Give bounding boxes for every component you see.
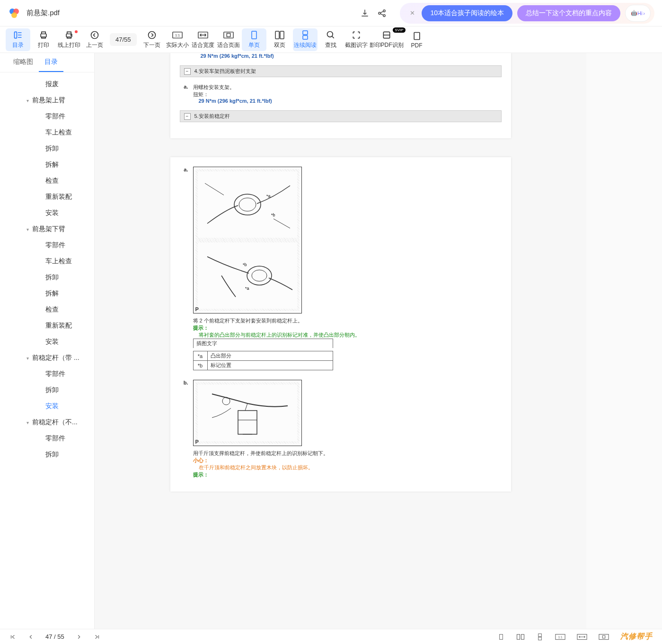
toc-item[interactable]: 拆卸 (0, 447, 94, 463)
svg-rect-40 (521, 634, 524, 639)
svg-rect-38 (500, 634, 503, 639)
zoom-11-icon[interactable]: 1:1 (555, 634, 565, 640)
double-page-icon (274, 30, 285, 40)
single-page-button[interactable]: 单页 (242, 28, 266, 51)
toc-item[interactable]: 重新装配 (0, 189, 94, 205)
catalog-button[interactable]: 目录 (6, 28, 30, 51)
view-continuous-icon[interactable] (536, 633, 544, 641)
last-page-icon[interactable] (94, 634, 100, 640)
app-logo (8, 7, 21, 20)
toc-item[interactable]: 安装 (0, 334, 94, 350)
fit-width-button[interactable]: 适合宽度 (191, 28, 215, 51)
svg-rect-47 (602, 635, 605, 638)
section-header-5: − 5.安装前稳定杆 (180, 110, 502, 122)
toc-item-label: 零部件 (45, 112, 65, 121)
toc-item[interactable]: 安装 (0, 205, 94, 221)
toc-item[interactable]: 拆卸 (0, 269, 94, 286)
view-single-icon[interactable] (497, 633, 505, 641)
zoom-fitwidth-icon[interactable] (577, 634, 587, 640)
toc-item-label: 车上检查 (45, 257, 72, 266)
svg-text:*b: *b (243, 262, 247, 267)
tab-catalog[interactable]: 目录 (39, 53, 63, 72)
right-panel (586, 53, 662, 629)
toc-item[interactable]: ▾前悬架上臂 (0, 92, 94, 108)
svg-rect-41 (538, 634, 542, 636)
toc-item[interactable]: 车上检查 (0, 253, 94, 269)
print-button[interactable]: 打印 (31, 28, 56, 51)
svg-rect-21 (303, 36, 308, 39)
sidebar-tabs: 缩略图 目录 (0, 53, 94, 72)
table-of-contents[interactable]: 报废▾前悬架上臂零部件车上检查拆卸拆解检查重新装配安装▾前悬架下臂零部件车上检查… (0, 72, 94, 629)
toc-item[interactable]: 拆卸 (0, 382, 94, 398)
toc-item[interactable]: 零部件 (0, 366, 94, 382)
toc-item[interactable]: 检查 (0, 173, 94, 189)
toc-item[interactable]: ▾前悬架下臂 (0, 221, 94, 237)
footer-page-indicator: 47 / 55 (45, 633, 64, 640)
svg-rect-25 (198, 171, 297, 238)
download-icon[interactable] (356, 5, 373, 22)
view-double-icon[interactable] (516, 633, 525, 641)
screenshot-ocr-button[interactable]: 截图识字 (344, 28, 369, 51)
pdf-page: 29 N*m (296 kgf*cm, 21 ft.*lbf) − 4.安装车架… (170, 53, 511, 138)
prev-page-icon[interactable] (27, 634, 34, 640)
ai-suggestion-1[interactable]: 10本适合孩子阅读的绘本 (422, 5, 512, 21)
zoom-fitpage-icon[interactable] (599, 634, 609, 640)
collapse-icon[interactable]: − (184, 113, 191, 120)
caret-down-icon: ▾ (23, 356, 32, 361)
toc-item-label: 安装 (45, 209, 59, 217)
pdf-more-button[interactable]: PDF (405, 28, 429, 51)
double-page-button[interactable]: 双页 (267, 28, 292, 51)
diagram-image: *b*a (195, 240, 300, 311)
toc-item[interactable]: 拆解 (0, 286, 94, 302)
scan-pdf-button[interactable]: SVIP 影印PDF识别 (370, 28, 404, 51)
tab-thumbnail[interactable]: 缩略图 (8, 53, 39, 72)
toc-item[interactable]: 拆解 (0, 157, 94, 173)
toc-item-label: 拆卸 (45, 273, 59, 282)
close-ai-icon[interactable]: ✕ (407, 9, 417, 18)
first-page-icon[interactable] (9, 634, 16, 640)
toc-item[interactable]: 重新装配 (0, 318, 94, 334)
collapse-icon[interactable]: − (184, 68, 191, 75)
toc-item[interactable]: 零部件 (0, 108, 94, 125)
toc-item[interactable]: 检查 (0, 302, 94, 318)
search-button[interactable]: 查找 (318, 28, 343, 51)
ai-avatar[interactable]: 🤖 Hi › (625, 5, 651, 22)
svg-rect-19 (280, 31, 284, 39)
toc-item-label: 拆解 (45, 289, 59, 298)
svg-rect-24 (414, 32, 420, 39)
svg-point-22 (327, 32, 333, 37)
document-filename: 前悬架.pdf (26, 9, 60, 18)
svg-text:*a: *a (245, 286, 249, 291)
prev-page-button[interactable]: 上一页 (82, 28, 107, 51)
search-icon (326, 30, 335, 40)
toc-item[interactable]: 安装 (0, 398, 94, 414)
online-print-button[interactable]: 线上打印 (57, 28, 81, 51)
svip-badge: SVIP (393, 27, 405, 33)
svg-rect-42 (538, 637, 542, 640)
svg-rect-35 (198, 385, 297, 441)
catalog-icon (13, 30, 23, 40)
ai-suggestion-2[interactable]: 总结一下这个文档的重点内容 (517, 5, 620, 21)
toc-item[interactable]: 零部件 (0, 430, 94, 447)
toc-item-label: 检查 (45, 305, 59, 314)
continuous-read-button[interactable]: 连续阅读 (293, 28, 318, 51)
toc-item-label: 零部件 (45, 241, 65, 250)
page-number-input[interactable]: 47 / 55 (110, 33, 137, 46)
step-a2: a. *a*b *b*a P 将 2 个前稳定杆下支架衬套安装到前稳定杆上。 提… (180, 167, 502, 370)
fit-page-button[interactable]: 适合页面 (216, 28, 241, 51)
document-viewport[interactable]: 29 N*m (296 kgf*cm, 21 ft.*lbf) − 4.安装车架… (95, 53, 586, 629)
toc-item[interactable]: 报废 (0, 76, 94, 92)
toc-item[interactable]: 零部件 (0, 237, 94, 253)
toc-item-label: 前稳定杆（带 ... (32, 354, 79, 362)
toc-item[interactable]: ▾前稳定杆（带 ... (0, 350, 94, 366)
next-page-icon[interactable] (76, 634, 82, 640)
single-page-icon (250, 30, 258, 40)
footer-navigation: 47 / 55 (9, 633, 100, 640)
toc-item[interactable]: ▾前稳定杆（不... (0, 414, 94, 430)
actual-size-button[interactable]: 1:1 实际大小 (165, 28, 190, 51)
share-icon[interactable] (373, 5, 390, 22)
toc-item[interactable]: 拆卸 (0, 141, 94, 157)
next-page-button[interactable]: 下一页 (140, 28, 164, 51)
online-print-icon (64, 30, 74, 40)
toc-item[interactable]: 车上检查 (0, 125, 94, 141)
